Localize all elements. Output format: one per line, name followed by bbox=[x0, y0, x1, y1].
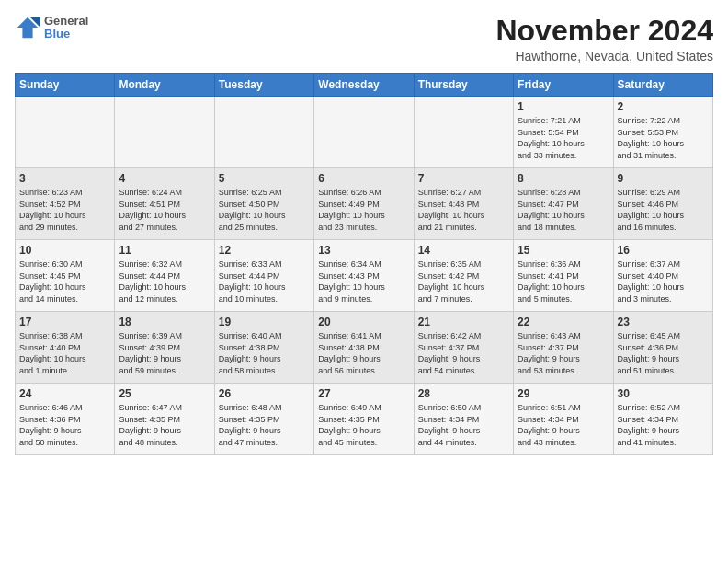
calendar-cell bbox=[16, 97, 115, 168]
day-number: 26 bbox=[219, 387, 310, 400]
day-number: 18 bbox=[119, 316, 210, 328]
day-number: 2 bbox=[618, 100, 709, 113]
day-info: Sunrise: 6:32 AM Sunset: 4:44 PM Dayligh… bbox=[119, 259, 210, 304]
day-number: 9 bbox=[618, 172, 709, 185]
day-info: Sunrise: 6:36 AM Sunset: 4:41 PM Dayligh… bbox=[518, 259, 609, 304]
month-title: November 2024 bbox=[495, 15, 713, 47]
day-number: 5 bbox=[219, 172, 310, 185]
calendar-cell: 22Sunrise: 6:43 AM Sunset: 4:37 PM Dayli… bbox=[514, 312, 613, 384]
day-number: 13 bbox=[318, 244, 409, 257]
calendar-table: Sunday Monday Tuesday Wednesday Thursday… bbox=[15, 73, 713, 455]
header-row: Sunday Monday Tuesday Wednesday Thursday… bbox=[16, 74, 713, 97]
day-number: 22 bbox=[518, 316, 609, 328]
calendar-cell: 2Sunrise: 7:22 AM Sunset: 5:53 PM Daylig… bbox=[613, 97, 712, 168]
day-number: 8 bbox=[518, 172, 609, 185]
day-number: 16 bbox=[618, 244, 709, 257]
day-info: Sunrise: 6:40 AM Sunset: 4:38 PM Dayligh… bbox=[219, 330, 310, 376]
calendar-cell: 25Sunrise: 6:47 AM Sunset: 4:35 PM Dayli… bbox=[115, 384, 214, 455]
location-title: Hawthorne, Nevada, United States bbox=[495, 49, 713, 63]
calendar-cell: 5Sunrise: 6:25 AM Sunset: 4:50 PM Daylig… bbox=[214, 168, 313, 240]
day-number: 11 bbox=[119, 244, 210, 257]
day-number: 24 bbox=[19, 387, 110, 400]
day-info: Sunrise: 6:49 AM Sunset: 4:35 PM Dayligh… bbox=[318, 402, 409, 448]
day-number: 4 bbox=[119, 172, 210, 185]
day-number: 29 bbox=[518, 387, 609, 400]
calendar-week-4: 17Sunrise: 6:38 AM Sunset: 4:40 PM Dayli… bbox=[16, 312, 713, 384]
day-info: Sunrise: 6:23 AM Sunset: 4:52 PM Dayligh… bbox=[19, 187, 110, 233]
calendar-week-2: 3Sunrise: 6:23 AM Sunset: 4:52 PM Daylig… bbox=[16, 168, 713, 240]
calendar-cell: 4Sunrise: 6:24 AM Sunset: 4:51 PM Daylig… bbox=[115, 168, 214, 240]
calendar-cell: 3Sunrise: 6:23 AM Sunset: 4:52 PM Daylig… bbox=[16, 168, 115, 240]
day-number: 25 bbox=[119, 387, 210, 400]
day-info: Sunrise: 6:48 AM Sunset: 4:35 PM Dayligh… bbox=[219, 402, 310, 448]
title-block: November 2024 Hawthorne, Nevada, United … bbox=[495, 15, 713, 63]
calendar-cell: 27Sunrise: 6:49 AM Sunset: 4:35 PM Dayli… bbox=[314, 384, 414, 455]
day-number: 14 bbox=[418, 244, 509, 257]
day-info: Sunrise: 6:47 AM Sunset: 4:35 PM Dayligh… bbox=[119, 402, 210, 448]
calendar-page: General Blue November 2024 Hawthorne, Ne… bbox=[0, 0, 728, 465]
day-info: Sunrise: 6:42 AM Sunset: 4:37 PM Dayligh… bbox=[418, 330, 509, 376]
calendar-cell: 26Sunrise: 6:48 AM Sunset: 4:35 PM Dayli… bbox=[214, 384, 313, 455]
day-number: 19 bbox=[219, 316, 310, 328]
calendar-cell: 14Sunrise: 6:35 AM Sunset: 4:42 PM Dayli… bbox=[414, 240, 513, 312]
day-info: Sunrise: 6:33 AM Sunset: 4:44 PM Dayligh… bbox=[219, 259, 310, 304]
day-info: Sunrise: 6:38 AM Sunset: 4:40 PM Dayligh… bbox=[19, 330, 110, 376]
calendar-cell: 29Sunrise: 6:51 AM Sunset: 4:34 PM Dayli… bbox=[514, 384, 613, 455]
calendar-cell: 15Sunrise: 6:36 AM Sunset: 4:41 PM Dayli… bbox=[514, 240, 613, 312]
calendar-cell: 7Sunrise: 6:27 AM Sunset: 4:48 PM Daylig… bbox=[414, 168, 513, 240]
calendar-cell: 9Sunrise: 6:29 AM Sunset: 4:46 PM Daylig… bbox=[613, 168, 712, 240]
col-friday: Friday bbox=[514, 74, 613, 97]
col-wednesday: Wednesday bbox=[314, 74, 414, 97]
day-info: Sunrise: 6:39 AM Sunset: 4:39 PM Dayligh… bbox=[119, 330, 210, 376]
calendar-cell: 28Sunrise: 6:50 AM Sunset: 4:34 PM Dayli… bbox=[414, 384, 513, 455]
day-info: Sunrise: 6:26 AM Sunset: 4:49 PM Dayligh… bbox=[318, 187, 409, 233]
day-number: 1 bbox=[518, 100, 609, 113]
logo-text: General Blue bbox=[44, 15, 88, 41]
day-info: Sunrise: 6:24 AM Sunset: 4:51 PM Dayligh… bbox=[119, 187, 210, 233]
col-monday: Monday bbox=[115, 74, 214, 97]
col-saturday: Saturday bbox=[613, 74, 712, 97]
calendar-cell: 12Sunrise: 6:33 AM Sunset: 4:44 PM Dayli… bbox=[214, 240, 313, 312]
day-info: Sunrise: 6:25 AM Sunset: 4:50 PM Dayligh… bbox=[219, 187, 310, 233]
col-tuesday: Tuesday bbox=[214, 74, 313, 97]
calendar-cell: 10Sunrise: 6:30 AM Sunset: 4:45 PM Dayli… bbox=[16, 240, 115, 312]
day-info: Sunrise: 6:41 AM Sunset: 4:38 PM Dayligh… bbox=[318, 330, 409, 376]
calendar-cell: 18Sunrise: 6:39 AM Sunset: 4:39 PM Dayli… bbox=[115, 312, 214, 384]
calendar-week-1: 1Sunrise: 7:21 AM Sunset: 5:54 PM Daylig… bbox=[16, 97, 713, 168]
calendar-cell: 21Sunrise: 6:42 AM Sunset: 4:37 PM Dayli… bbox=[414, 312, 513, 384]
calendar-cell: 8Sunrise: 6:28 AM Sunset: 4:47 PM Daylig… bbox=[514, 168, 613, 240]
day-number: 12 bbox=[219, 244, 310, 257]
col-sunday: Sunday bbox=[16, 74, 115, 97]
day-number: 21 bbox=[418, 316, 509, 328]
day-number: 10 bbox=[19, 244, 110, 257]
day-info: Sunrise: 7:21 AM Sunset: 5:54 PM Dayligh… bbox=[518, 115, 609, 161]
calendar-cell: 19Sunrise: 6:40 AM Sunset: 4:38 PM Dayli… bbox=[214, 312, 313, 384]
day-number: 3 bbox=[19, 172, 110, 185]
calendar-cell bbox=[414, 97, 513, 168]
day-number: 20 bbox=[318, 316, 409, 328]
calendar-cell: 20Sunrise: 6:41 AM Sunset: 4:38 PM Dayli… bbox=[314, 312, 414, 384]
day-number: 30 bbox=[618, 387, 709, 400]
calendar-cell: 17Sunrise: 6:38 AM Sunset: 4:40 PM Dayli… bbox=[16, 312, 115, 384]
day-number: 23 bbox=[618, 316, 709, 328]
day-info: Sunrise: 6:51 AM Sunset: 4:34 PM Dayligh… bbox=[518, 402, 609, 448]
day-info: Sunrise: 6:46 AM Sunset: 4:36 PM Dayligh… bbox=[19, 402, 110, 448]
col-thursday: Thursday bbox=[414, 74, 513, 97]
day-number: 27 bbox=[318, 387, 409, 400]
day-info: Sunrise: 6:28 AM Sunset: 4:47 PM Dayligh… bbox=[518, 187, 609, 233]
logo: General Blue bbox=[15, 15, 88, 41]
calendar-cell: 11Sunrise: 6:32 AM Sunset: 4:44 PM Dayli… bbox=[115, 240, 214, 312]
day-info: Sunrise: 7:22 AM Sunset: 5:53 PM Dayligh… bbox=[618, 115, 709, 161]
calendar-cell: 30Sunrise: 6:52 AM Sunset: 4:34 PM Dayli… bbox=[613, 384, 712, 455]
day-info: Sunrise: 6:29 AM Sunset: 4:46 PM Dayligh… bbox=[618, 187, 709, 233]
day-number: 7 bbox=[418, 172, 509, 185]
day-info: Sunrise: 6:30 AM Sunset: 4:45 PM Dayligh… bbox=[19, 259, 110, 304]
day-info: Sunrise: 6:50 AM Sunset: 4:34 PM Dayligh… bbox=[418, 402, 509, 448]
calendar-cell bbox=[214, 97, 313, 168]
calendar-cell bbox=[314, 97, 414, 168]
logo-icon bbox=[15, 15, 40, 40]
calendar-cell: 13Sunrise: 6:34 AM Sunset: 4:43 PM Dayli… bbox=[314, 240, 414, 312]
day-info: Sunrise: 6:34 AM Sunset: 4:43 PM Dayligh… bbox=[318, 259, 409, 304]
calendar-cell bbox=[115, 97, 214, 168]
calendar-week-5: 24Sunrise: 6:46 AM Sunset: 4:36 PM Dayli… bbox=[16, 384, 713, 455]
